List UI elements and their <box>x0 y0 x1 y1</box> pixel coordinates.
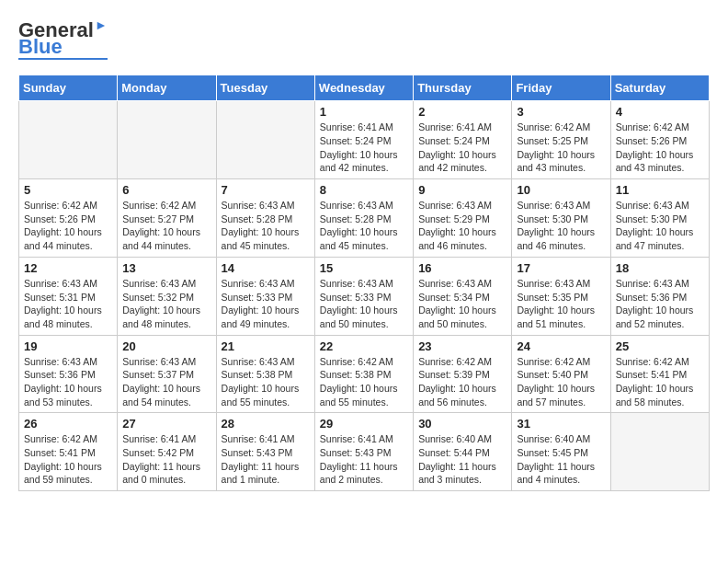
calendar-cell: 23Sunrise: 6:42 AMSunset: 5:39 PMDayligh… <box>414 335 512 413</box>
calendar-cell: 15Sunrise: 6:43 AMSunset: 5:33 PMDayligh… <box>314 257 413 335</box>
day-info: Sunrise: 6:43 AMSunset: 5:33 PMDaylight:… <box>222 277 310 331</box>
day-number: 8 <box>320 183 408 197</box>
calendar-cell: 11Sunrise: 6:43 AMSunset: 5:30 PMDayligh… <box>610 179 709 258</box>
day-number: 3 <box>517 105 605 119</box>
day-number: 20 <box>122 339 210 353</box>
day-info: Sunrise: 6:43 AMSunset: 5:29 PMDaylight:… <box>418 199 506 253</box>
day-info: Sunrise: 6:43 AMSunset: 5:34 PMDaylight:… <box>418 277 506 331</box>
calendar-week-row: 1Sunrise: 6:41 AMSunset: 5:24 PMDaylight… <box>19 101 710 179</box>
calendar-cell <box>118 101 216 179</box>
day-info: Sunrise: 6:42 AMSunset: 5:39 PMDaylight:… <box>418 355 506 409</box>
day-number: 11 <box>616 183 704 197</box>
day-number: 5 <box>24 183 112 197</box>
calendar-cell: 30Sunrise: 6:40 AMSunset: 5:44 PMDayligh… <box>414 413 512 491</box>
day-number: 22 <box>320 339 408 353</box>
calendar-cell: 19Sunrise: 6:43 AMSunset: 5:36 PMDayligh… <box>19 335 118 413</box>
day-number: 7 <box>222 183 310 197</box>
day-info: Sunrise: 6:43 AMSunset: 5:28 PMDaylight:… <box>222 199 310 253</box>
calendar-cell: 17Sunrise: 6:43 AMSunset: 5:35 PMDayligh… <box>512 257 610 335</box>
day-info: Sunrise: 6:41 AMSunset: 5:42 PMDaylight:… <box>122 432 210 487</box>
day-number: 27 <box>122 417 210 431</box>
weekday-header: Wednesday <box>314 75 413 101</box>
day-info: Sunrise: 6:43 AMSunset: 5:32 PMDaylight:… <box>122 277 210 331</box>
day-info: Sunrise: 6:43 AMSunset: 5:37 PMDaylight:… <box>122 355 210 409</box>
calendar-cell: 7Sunrise: 6:43 AMSunset: 5:28 PMDaylight… <box>216 179 314 258</box>
calendar-cell: 10Sunrise: 6:43 AMSunset: 5:30 PMDayligh… <box>512 179 610 258</box>
day-info: Sunrise: 6:43 AMSunset: 5:38 PMDaylight:… <box>222 355 310 409</box>
day-number: 24 <box>517 339 605 353</box>
calendar-cell <box>216 101 314 179</box>
day-number: 1 <box>320 105 408 119</box>
day-info: Sunrise: 6:40 AMSunset: 5:45 PMDaylight:… <box>517 432 605 487</box>
weekday-header-row: SundayMondayTuesdayWednesdayThursdayFrid… <box>19 75 710 101</box>
header: General► Blue <box>18 18 710 60</box>
day-number: 10 <box>517 183 605 197</box>
calendar-cell: 3Sunrise: 6:42 AMSunset: 5:25 PMDaylight… <box>512 101 610 179</box>
calendar-cell: 20Sunrise: 6:43 AMSunset: 5:37 PMDayligh… <box>118 335 216 413</box>
day-number: 23 <box>418 339 506 353</box>
calendar-cell: 31Sunrise: 6:40 AMSunset: 5:45 PMDayligh… <box>512 413 610 491</box>
day-number: 29 <box>320 417 408 431</box>
calendar-cell: 21Sunrise: 6:43 AMSunset: 5:38 PMDayligh… <box>216 335 314 413</box>
day-info: Sunrise: 6:42 AMSunset: 5:40 PMDaylight:… <box>517 355 605 409</box>
day-info: Sunrise: 6:42 AMSunset: 5:26 PMDaylight:… <box>616 121 704 175</box>
calendar-cell: 14Sunrise: 6:43 AMSunset: 5:33 PMDayligh… <box>216 257 314 335</box>
calendar-cell: 13Sunrise: 6:43 AMSunset: 5:32 PMDayligh… <box>118 257 216 335</box>
weekday-header: Thursday <box>414 75 512 101</box>
day-info: Sunrise: 6:42 AMSunset: 5:26 PMDaylight:… <box>24 199 112 253</box>
logo-underline <box>18 58 108 60</box>
calendar-week-row: 5Sunrise: 6:42 AMSunset: 5:26 PMDaylight… <box>19 179 710 258</box>
weekday-header: Monday <box>118 75 216 101</box>
calendar-cell: 6Sunrise: 6:42 AMSunset: 5:27 PMDaylight… <box>118 179 216 258</box>
calendar-cell: 18Sunrise: 6:43 AMSunset: 5:36 PMDayligh… <box>610 257 709 335</box>
calendar-cell: 22Sunrise: 6:42 AMSunset: 5:38 PMDayligh… <box>314 335 413 413</box>
day-info: Sunrise: 6:40 AMSunset: 5:44 PMDaylight:… <box>418 432 506 487</box>
day-number: 28 <box>222 417 310 431</box>
calendar-week-row: 26Sunrise: 6:42 AMSunset: 5:41 PMDayligh… <box>19 413 710 491</box>
day-number: 26 <box>24 417 112 431</box>
day-info: Sunrise: 6:42 AMSunset: 5:41 PMDaylight:… <box>616 355 704 409</box>
day-number: 6 <box>122 183 210 197</box>
day-number: 31 <box>517 417 605 431</box>
day-info: Sunrise: 6:41 AMSunset: 5:24 PMDaylight:… <box>418 121 506 175</box>
calendar-cell: 9Sunrise: 6:43 AMSunset: 5:29 PMDaylight… <box>414 179 512 258</box>
day-info: Sunrise: 6:41 AMSunset: 5:24 PMDaylight:… <box>320 121 408 175</box>
day-info: Sunrise: 6:42 AMSunset: 5:38 PMDaylight:… <box>320 355 408 409</box>
calendar-cell: 25Sunrise: 6:42 AMSunset: 5:41 PMDayligh… <box>610 335 709 413</box>
calendar-cell: 12Sunrise: 6:43 AMSunset: 5:31 PMDayligh… <box>19 257 118 335</box>
logo-blue: Blue <box>18 37 63 57</box>
calendar-cell: 8Sunrise: 6:43 AMSunset: 5:28 PMDaylight… <box>314 179 413 258</box>
day-number: 12 <box>24 261 112 275</box>
calendar-cell: 27Sunrise: 6:41 AMSunset: 5:42 PMDayligh… <box>118 413 216 491</box>
weekday-header: Saturday <box>610 75 709 101</box>
day-number: 30 <box>418 417 506 431</box>
day-info: Sunrise: 6:43 AMSunset: 5:36 PMDaylight:… <box>24 355 112 409</box>
calendar-cell: 1Sunrise: 6:41 AMSunset: 5:24 PMDaylight… <box>314 101 413 179</box>
day-number: 21 <box>222 339 310 353</box>
calendar-table: SundayMondayTuesdayWednesdayThursdayFrid… <box>18 75 710 491</box>
day-info: Sunrise: 6:43 AMSunset: 5:30 PMDaylight:… <box>616 199 704 253</box>
day-number: 25 <box>616 339 704 353</box>
day-number: 13 <box>122 261 210 275</box>
page: General► Blue SundayMondayTuesdayWednesd… <box>0 0 728 500</box>
day-info: Sunrise: 6:43 AMSunset: 5:31 PMDaylight:… <box>24 277 112 331</box>
day-info: Sunrise: 6:43 AMSunset: 5:30 PMDaylight:… <box>517 199 605 253</box>
calendar-cell: 29Sunrise: 6:41 AMSunset: 5:43 PMDayligh… <box>314 413 413 491</box>
day-info: Sunrise: 6:42 AMSunset: 5:27 PMDaylight:… <box>122 199 210 253</box>
calendar-cell: 4Sunrise: 6:42 AMSunset: 5:26 PMDaylight… <box>610 101 709 179</box>
day-number: 15 <box>320 261 408 275</box>
calendar-cell: 2Sunrise: 6:41 AMSunset: 5:24 PMDaylight… <box>414 101 512 179</box>
day-number: 19 <box>24 339 112 353</box>
day-info: Sunrise: 6:43 AMSunset: 5:28 PMDaylight:… <box>320 199 408 253</box>
logo: General► Blue <box>18 18 108 60</box>
calendar-cell: 26Sunrise: 6:42 AMSunset: 5:41 PMDayligh… <box>19 413 118 491</box>
weekday-header: Sunday <box>19 75 118 101</box>
calendar-cell <box>19 101 118 179</box>
calendar-cell: 28Sunrise: 6:41 AMSunset: 5:43 PMDayligh… <box>216 413 314 491</box>
day-number: 17 <box>517 261 605 275</box>
day-info: Sunrise: 6:42 AMSunset: 5:41 PMDaylight:… <box>24 432 112 487</box>
day-number: 9 <box>418 183 506 197</box>
calendar-cell: 5Sunrise: 6:42 AMSunset: 5:26 PMDaylight… <box>19 179 118 258</box>
day-info: Sunrise: 6:43 AMSunset: 5:36 PMDaylight:… <box>616 277 704 331</box>
weekday-header: Tuesday <box>216 75 314 101</box>
